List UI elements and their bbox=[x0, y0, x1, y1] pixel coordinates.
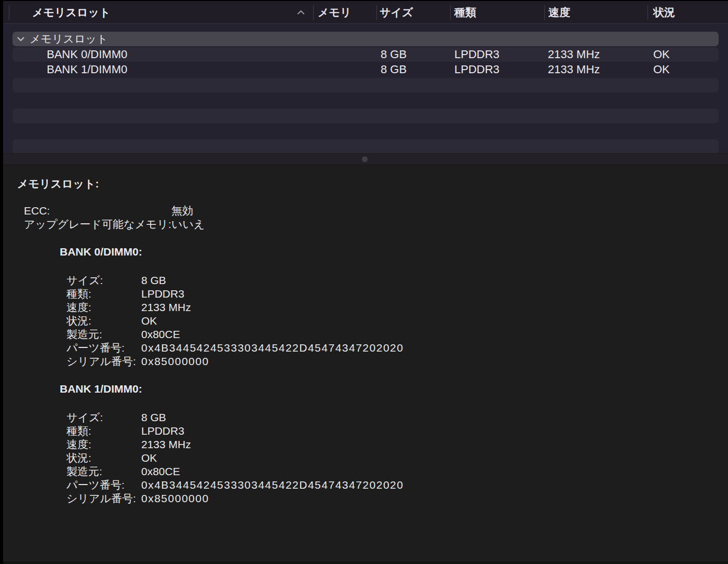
detail-label: 種類: bbox=[66, 287, 91, 301]
detail-value: いいえ bbox=[171, 218, 205, 231]
detail-row: サイズ: 8 GB bbox=[3, 411, 728, 424]
detail-row-ecc: ECC: 無効 bbox=[3, 204, 728, 218]
detail-label: 速度: bbox=[66, 438, 91, 451]
detail-row: 速度: 2133 MHz bbox=[3, 438, 728, 451]
cell-size: 8 GB bbox=[381, 47, 407, 62]
detail-pane: メモリスロット: ECC: 無効 アップグレード可能なメモリ: いいえ BANK… bbox=[3, 165, 728, 564]
detail-row: 種類: LPDDR3 bbox=[3, 287, 728, 301]
splitter-handle[interactable] bbox=[362, 156, 368, 162]
pane-splitter bbox=[3, 153, 728, 165]
detail-label: 状況: bbox=[66, 451, 91, 465]
detail-value: 0x4B3445424533303445422D45474347202020 bbox=[141, 341, 403, 355]
column-divider bbox=[450, 5, 451, 20]
detail-label: アップグレード可能なメモリ: bbox=[24, 218, 171, 231]
cell-type: LPDDR3 bbox=[454, 47, 500, 62]
detail-value: LPDDR3 bbox=[141, 424, 184, 438]
column-header-memory[interactable]: メモリ bbox=[318, 1, 351, 23]
column-divider bbox=[648, 5, 648, 20]
empty-row bbox=[12, 93, 719, 108]
detail-value: OK bbox=[141, 451, 157, 465]
table-row[interactable]: BANK 1/DIMM0 8 GB LPDDR3 2133 MHz OK bbox=[12, 62, 719, 77]
cell-status: OK bbox=[653, 47, 670, 62]
group-row-memory-slot[interactable]: メモリスロット bbox=[12, 32, 719, 46]
detail-row: 製造元: 0x80CE bbox=[3, 328, 728, 341]
detail-row: 速度: 2133 MHz bbox=[3, 301, 728, 314]
detail-value: 0x85000000 bbox=[141, 355, 209, 368]
detail-value: 0x80CE bbox=[141, 465, 180, 478]
detail-label: サイズ: bbox=[66, 274, 103, 287]
detail-row: シリアル番号: 0x85000000 bbox=[3, 355, 728, 368]
detail-value: 無効 bbox=[171, 204, 193, 218]
detail-row: 種類: LPDDR3 bbox=[3, 424, 728, 438]
detail-value: LPDDR3 bbox=[141, 287, 184, 301]
cell-speed: 2133 MHz bbox=[548, 47, 600, 62]
cell-size: 8 GB bbox=[381, 62, 407, 77]
detail-row: パーツ番号: 0x4B3445424533303445422D454743472… bbox=[3, 341, 728, 355]
cell-slot: BANK 1/DIMM0 bbox=[47, 62, 127, 77]
detail-label: 製造元: bbox=[66, 328, 102, 341]
detail-value: 8 GB bbox=[141, 411, 166, 424]
detail-label: 状況: bbox=[66, 314, 91, 328]
empty-row bbox=[12, 124, 719, 139]
column-header-type[interactable]: 種類 bbox=[454, 1, 476, 23]
empty-row bbox=[12, 139, 719, 154]
table-row[interactable]: BANK 0/DIMM0 8 GB LPDDR3 2133 MHz OK bbox=[12, 47, 719, 62]
cell-status: OK bbox=[653, 62, 670, 77]
detail-row: シリアル番号: 0x85000000 bbox=[3, 492, 728, 505]
memory-slots-table: メモリスロット BANK 0/DIMM0 8 GB LPDDR3 2133 MH… bbox=[3, 24, 728, 153]
detail-label: シリアル番号: bbox=[66, 355, 136, 368]
detail-label: サイズ: bbox=[66, 411, 103, 424]
detail-value: 0x4B3445424533303445422D45474347202020 bbox=[141, 478, 403, 492]
detail-label: 種類: bbox=[66, 424, 91, 438]
sort-ascending-icon[interactable] bbox=[297, 1, 305, 23]
cell-slot: BANK 0/DIMM0 bbox=[47, 47, 127, 62]
detail-title: メモリスロット: bbox=[17, 177, 99, 191]
column-header-size[interactable]: サイズ bbox=[380, 1, 413, 23]
detail-value: OK bbox=[141, 314, 157, 328]
detail-row: サイズ: 8 GB bbox=[3, 274, 728, 287]
column-divider bbox=[376, 5, 377, 20]
column-divider bbox=[9, 5, 9, 20]
column-header-status[interactable]: 状況 bbox=[653, 1, 675, 23]
cell-type: LPDDR3 bbox=[454, 62, 500, 77]
detail-row: 製造元: 0x80CE bbox=[3, 465, 728, 478]
detail-label: パーツ番号: bbox=[66, 341, 125, 355]
detail-label: ECC: bbox=[24, 204, 50, 218]
detail-label: パーツ番号: bbox=[66, 478, 125, 492]
detail-row: 状況: OK bbox=[3, 314, 728, 328]
detail-label: 速度: bbox=[66, 301, 91, 314]
detail-row: パーツ番号: 0x4B3445424533303445422D454743472… bbox=[3, 478, 728, 492]
detail-label: シリアル番号: bbox=[66, 492, 136, 505]
bank0-heading: BANK 0/DIMM0: bbox=[60, 246, 142, 258]
detail-value: 8 GB bbox=[141, 274, 166, 287]
empty-row bbox=[12, 78, 719, 93]
group-row-label: メモリスロット bbox=[30, 32, 107, 46]
detail-value: 0x80CE bbox=[141, 328, 180, 341]
column-divider bbox=[313, 5, 314, 20]
detail-value: 2133 MHz bbox=[141, 301, 191, 314]
detail-label: 製造元: bbox=[66, 465, 102, 478]
column-header-speed[interactable]: 速度 bbox=[548, 1, 570, 23]
empty-row bbox=[12, 109, 719, 124]
detail-row: 状況: OK bbox=[3, 451, 728, 465]
detail-value: 2133 MHz bbox=[141, 438, 191, 451]
column-header-memory-slot[interactable]: メモリスロット bbox=[32, 1, 110, 23]
column-divider bbox=[544, 5, 545, 20]
bank1-heading: BANK 1/DIMM0: bbox=[60, 383, 142, 395]
table-header: メモリスロット メモリ サイズ 種類 速度 状況 bbox=[3, 1, 728, 24]
detail-row-upgradeable: アップグレード可能なメモリ: いいえ bbox=[3, 218, 728, 231]
chevron-down-icon[interactable] bbox=[17, 32, 24, 46]
detail-value: 0x85000000 bbox=[141, 492, 209, 505]
cell-speed: 2133 MHz bbox=[548, 62, 600, 77]
